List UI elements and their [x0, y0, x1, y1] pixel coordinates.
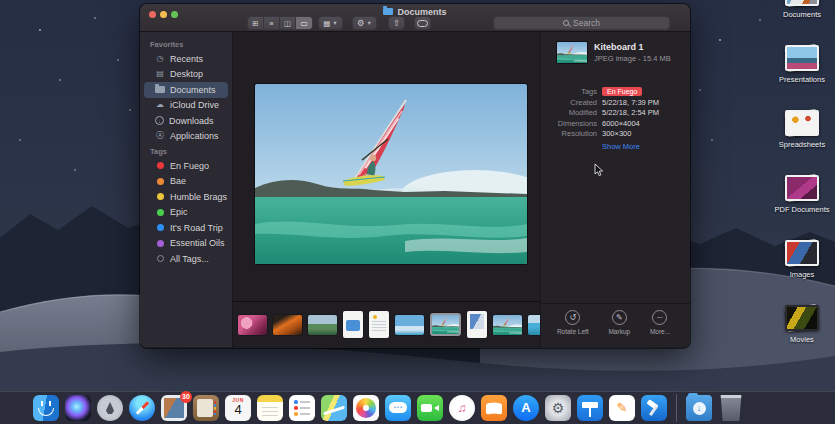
desktop-stack-documents[interactable]: Documents: [770, 0, 834, 41]
show-more-link[interactable]: Show More: [602, 142, 690, 151]
tag-color-dot-icon: [157, 162, 164, 169]
preview-image[interactable]: [255, 84, 527, 264]
sidebar-item-label: Humble Brags: [170, 192, 227, 202]
sidebar-item-label: Essential Oils: [170, 238, 225, 248]
stack-image: [785, 175, 819, 201]
stack-image: [785, 0, 819, 6]
stack-icon-documents: [785, 0, 819, 6]
thumbnail-1[interactable]: [238, 315, 267, 335]
dock-icon-notes[interactable]: [257, 395, 283, 421]
stack-icon-pdf: [785, 175, 819, 201]
desktop-stack-images[interactable]: Images: [770, 236, 834, 301]
sidebar-item-en-fuego[interactable]: En Fuego: [144, 158, 228, 174]
sidebar-item-label: Desktop: [170, 69, 203, 79]
info-row-dimensions: Dimensions6000×4004: [541, 119, 690, 128]
dock-icon-facetime[interactable]: [417, 395, 443, 421]
stack-image: [785, 305, 819, 331]
dock-icon-launchpad[interactable]: [97, 395, 123, 421]
window-title: Documents: [397, 7, 446, 17]
thumbnail-3[interactable]: [308, 315, 337, 335]
sidebar-item-label: Epic: [170, 207, 188, 217]
dock-icon-books[interactable]: [481, 395, 507, 421]
list-view-button[interactable]: ≡: [264, 17, 280, 29]
tags-button[interactable]: [414, 16, 431, 30]
info-panel: Kiteboard 1 JPEG image - 15.4 MB Tags En…: [540, 32, 690, 347]
group-button[interactable]: ▦▼: [318, 16, 343, 30]
sidebar-item-documents[interactable]: Documents: [144, 82, 228, 98]
dock-icon-safari[interactable]: [129, 395, 155, 421]
info-row-value: 5/22/18, 2:54 PM: [602, 108, 659, 117]
desktop: DocumentsPresentationsSpreadsheetsPDF Do…: [0, 0, 835, 424]
sidebar-item-epic[interactable]: Epic: [144, 205, 228, 221]
sidebar-item-applications[interactable]: ⒶApplications: [144, 129, 228, 145]
dock-icon-reminders[interactable]: [289, 395, 315, 421]
info-row-resolution: Resolution300×300: [541, 129, 690, 138]
dock-icon-downloads[interactable]: [686, 395, 712, 421]
desktop-stack-pdf[interactable]: PDF Documents: [770, 171, 834, 236]
sidebar-item-humble-brags[interactable]: Humble Brags: [144, 189, 228, 205]
sidebar-item-desktop[interactable]: ▤Desktop: [144, 67, 228, 83]
desktop-stack-spreadsheets[interactable]: Spreadsheets: [770, 106, 834, 171]
dock-icon-photos[interactable]: [353, 395, 379, 421]
dock-icon-itunes[interactable]: [449, 395, 475, 421]
thumbnail-2[interactable]: [273, 315, 302, 335]
gallery-view-button[interactable]: ▭: [296, 17, 312, 29]
thumbnail-7-selected[interactable]: [430, 313, 461, 336]
sidebar-item-downloads[interactable]: ↓Downloads: [144, 113, 228, 129]
sidebar-item-label: iCloud Drive: [170, 100, 219, 110]
sidebar-item-icloud-drive[interactable]: ☁iCloud Drive: [144, 98, 228, 114]
group-icon: ▦: [323, 19, 330, 28]
file-info-header: Kiteboard 1 JPEG image - 15.4 MB: [541, 42, 690, 63]
thumbnail-9[interactable]: [493, 315, 522, 335]
dock-icon-maps[interactable]: [321, 395, 347, 421]
sidebar-section-favorites: Favorites: [150, 40, 232, 49]
action-label: More...: [650, 328, 670, 335]
dock-icon-system-preferences[interactable]: [545, 395, 571, 421]
stack-label: Spreadsheets: [770, 140, 834, 149]
desktop-stack-presentations[interactable]: Presentations: [770, 41, 834, 106]
sidebar-item-essential-oils[interactable]: Essential Oils: [144, 236, 228, 252]
dock-icon-finder[interactable]: [33, 395, 59, 421]
dock-icon-keynote[interactable]: [577, 395, 603, 421]
dock-icon-calendar[interactable]: JUN4: [225, 395, 251, 421]
action-bar: ↺Rotate Left✎Markup•••More...: [541, 303, 690, 347]
dock-icon-mail[interactable]: 30: [161, 395, 187, 421]
sidebar-item-bae[interactable]: Bae: [144, 174, 228, 190]
action-rotate-left[interactable]: ↺Rotate Left: [557, 310, 589, 347]
search-field[interactable]: Search: [493, 16, 670, 30]
action-menu-button[interactable]: ⚙▼: [352, 16, 377, 30]
sidebar-item-it-s-road-trip[interactable]: It's Road Trip: [144, 220, 228, 236]
stack-icon-spreadsheets: [785, 110, 819, 136]
sidebar-item-label: All Tags...: [170, 254, 209, 264]
thumbnail-5[interactable]: [369, 311, 389, 338]
desktop-stack-movies[interactable]: Movies: [770, 301, 834, 366]
tag-badge[interactable]: En Fuego: [602, 87, 642, 96]
action-more[interactable]: •••More...: [650, 310, 670, 347]
window-titlebar[interactable]: Documents ⊞≡◫▭ ▦▼ ⚙▼ ⇧ Search: [140, 4, 690, 32]
sidebar-item-all-tags[interactable]: All Tags...: [144, 251, 228, 267]
share-button[interactable]: ⇧: [388, 16, 405, 30]
dock-icon-xcode[interactable]: [641, 395, 667, 421]
sidebar-item-recents[interactable]: ◷Recents: [144, 51, 228, 67]
info-row-label: Resolution: [541, 129, 597, 138]
dock-icon-pages[interactable]: [609, 395, 635, 421]
stack-label: PDF Documents: [770, 205, 834, 214]
stack-icon-movies: [785, 305, 819, 331]
dock-icon-contacts[interactable]: [193, 395, 219, 421]
stack-image: [785, 240, 819, 266]
dock-icon-siri[interactable]: [65, 395, 91, 421]
recents-icon: ◷: [155, 54, 165, 64]
icon-view-button[interactable]: ⊞: [248, 17, 264, 29]
sidebar: Favorites◷Recents▤DesktopDocuments☁iClou…: [140, 32, 233, 347]
dock-icon-messages[interactable]: [385, 395, 411, 421]
thumbnail-6[interactable]: [395, 315, 424, 335]
thumbnail-4[interactable]: [343, 311, 363, 338]
thumbnail-10[interactable]: [528, 315, 540, 335]
gear-icon: ⚙: [357, 18, 365, 28]
calendar-day: 4: [225, 402, 251, 417]
thumbnail-8[interactable]: [467, 311, 487, 338]
column-view-button[interactable]: ◫: [280, 17, 296, 29]
dock-icon-appstore[interactable]: [513, 395, 539, 421]
dock-icon-trash[interactable]: [718, 395, 744, 421]
action-markup[interactable]: ✎Markup: [608, 310, 630, 347]
